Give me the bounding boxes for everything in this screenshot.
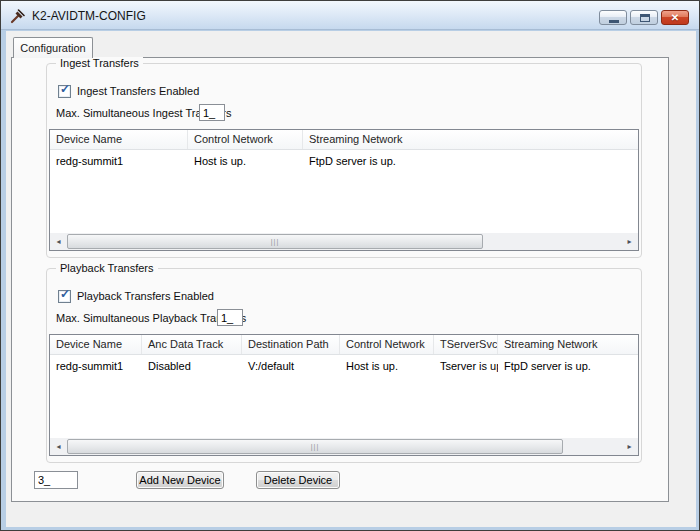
column-header[interactable]: Anc Data Track (142, 335, 242, 354)
delete-device-button[interactable]: Delete Device (256, 471, 340, 489)
column-header[interactable]: Device Name (50, 130, 188, 149)
caption-buttons: ✕ (599, 10, 689, 25)
tab-configuration[interactable]: Configuration (13, 37, 93, 58)
close-button[interactable]: ✕ (661, 10, 689, 25)
ingest-group-label: Ingest Transfers (56, 57, 143, 70)
column-header[interactable]: Destination Path (242, 335, 340, 354)
ingest-transfers-group: Ingest Transfers ✓ Ingest Transfers Enab… (46, 63, 642, 258)
ingest-enabled-label: Ingest Transfers Enabled (77, 85, 199, 97)
check-icon: ✓ (60, 83, 70, 96)
minimize-button[interactable] (599, 10, 627, 25)
scrollbar-thumb[interactable]: ||| (67, 234, 483, 249)
column-header[interactable]: Streaming Network (498, 335, 638, 354)
playback-max-input[interactable] (217, 309, 243, 326)
column-header[interactable]: Streaming Network (303, 130, 638, 149)
cell-control-network: Host is up. (340, 358, 434, 376)
playback-enabled-checkbox[interactable]: ✓ (58, 290, 71, 303)
cell-device-name: redg-summit1 (50, 358, 142, 376)
playback-table-header: Device Name Anc Data Track Destination P… (50, 335, 638, 355)
check-icon: ✓ (60, 288, 70, 301)
playback-horizontal-scrollbar: ◂ ||| ▸ (50, 438, 638, 455)
ingest-max-input[interactable] (199, 104, 225, 121)
client-area: Configuration Ingest Transfers ✓ Ingest … (6, 31, 696, 527)
title-bar[interactable]: K2-AVIDTM-CONFIG ✕ (1, 1, 699, 30)
cell-control-network: Host is up. (188, 153, 303, 171)
add-new-device-button[interactable]: Add New Device (136, 471, 224, 489)
ingest-horizontal-scrollbar: ◂ ||| ▸ (50, 233, 638, 250)
table-row[interactable]: redg-summit1 Host is up. FtpD server is … (50, 153, 638, 171)
column-header[interactable]: Control Network (188, 130, 303, 149)
minimize-icon (609, 20, 619, 23)
maximize-icon (640, 14, 650, 22)
column-header[interactable]: Control Network (340, 335, 434, 354)
app-window: K2-AVIDTM-CONFIG ✕ Configuration Ingest … (0, 0, 700, 531)
table-row[interactable]: redg-summit1 Disabled V:/default Host is… (50, 358, 638, 376)
scroll-left-icon[interactable]: ◂ (50, 233, 67, 250)
playback-group-label: Playback Transfers (56, 262, 158, 275)
tab-page: Ingest Transfers ✓ Ingest Transfers Enab… (11, 57, 669, 502)
close-icon: ✕ (662, 11, 688, 24)
scrollbar-grip: ||| (68, 235, 482, 249)
ingest-table: Device Name Control Network Streaming Ne… (49, 129, 639, 251)
cell-destination-path: V:/default (242, 358, 340, 376)
playback-enabled-label: Playback Transfers Enabled (77, 290, 214, 302)
column-header[interactable]: TServerSvc (434, 335, 498, 354)
cell-streaming-network: FtpD server is up. (498, 358, 638, 376)
cell-tserversvc: Tserver is up (434, 358, 498, 376)
cell-device-name: redg-summit1 (50, 153, 188, 171)
scrollbar-grip: ||| (68, 440, 562, 454)
maximize-button[interactable] (630, 10, 658, 25)
hammer-icon (10, 8, 26, 24)
scroll-right-icon[interactable]: ▸ (621, 233, 638, 250)
playback-table: Device Name Anc Data Track Destination P… (49, 334, 639, 456)
scrollbar-thumb[interactable]: ||| (67, 439, 563, 454)
ingest-enabled-checkbox[interactable]: ✓ (58, 85, 71, 98)
device-count-input[interactable] (34, 471, 78, 489)
cell-streaming-network: FtpD server is up. (303, 153, 638, 171)
ingest-table-header: Device Name Control Network Streaming Ne… (50, 130, 638, 150)
scroll-right-icon[interactable]: ▸ (621, 438, 638, 455)
window-title: K2-AVIDTM-CONFIG (32, 9, 146, 23)
playback-transfers-group: Playback Transfers ✓ Playback Transfers … (46, 268, 642, 463)
cell-anc-data-track: Disabled (142, 358, 242, 376)
column-header[interactable]: Device Name (50, 335, 142, 354)
scroll-left-icon[interactable]: ◂ (50, 438, 67, 455)
